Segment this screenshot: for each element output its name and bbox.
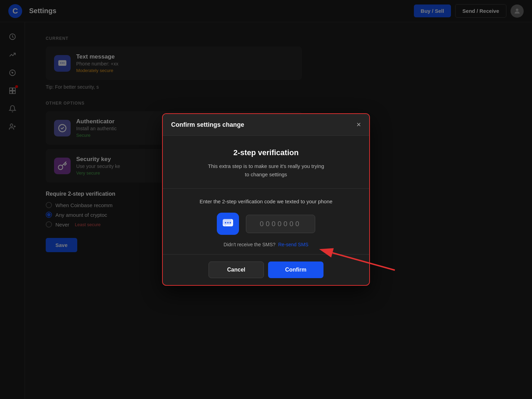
- resend-sms-link[interactable]: Re-send SMS: [278, 242, 308, 247]
- verify-prompt: Enter the 2-step verification code we te…: [177, 198, 355, 204]
- resend-text: Didn't receive the SMS?: [224, 242, 276, 247]
- verify-row: [177, 213, 355, 235]
- modal-body-top: 2-step verification This extra step is t…: [163, 136, 369, 189]
- modal-overlay: Confirm settings change × 2-step verific…: [0, 0, 532, 399]
- modal-title: Confirm settings change: [171, 121, 244, 128]
- confirm-button[interactable]: Confirm: [268, 261, 323, 278]
- cancel-button[interactable]: Cancel: [209, 261, 264, 278]
- modal-header: Confirm settings change ×: [163, 114, 369, 136]
- confirm-settings-modal: Confirm settings change × 2-step verific…: [162, 113, 370, 286]
- verification-code-input[interactable]: [246, 215, 315, 233]
- modal-close-button[interactable]: ×: [356, 121, 361, 128]
- two-step-title: 2-step verification: [177, 148, 355, 157]
- sms-icon: [217, 213, 239, 235]
- resend-row: Didn't receive the SMS? Re-send SMS: [177, 242, 355, 247]
- modal-footer: Cancel Confirm: [163, 255, 369, 285]
- two-step-desc: This extra step is to make sure it's rea…: [177, 162, 355, 179]
- modal-body-mid: Enter the 2-step verification code we te…: [163, 189, 369, 255]
